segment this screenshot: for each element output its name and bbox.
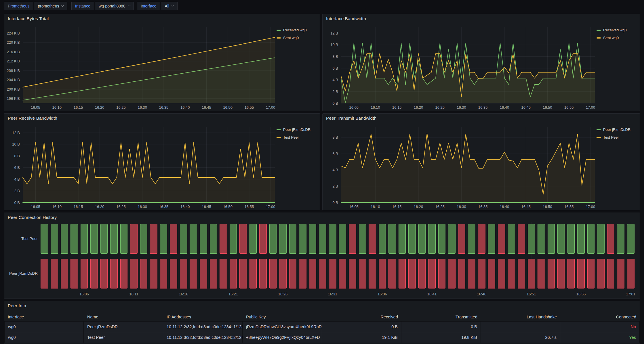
status-bar-disconnected — [518, 259, 525, 288]
status-bar-connected — [120, 224, 128, 254]
status-bar-disconnected — [587, 259, 595, 288]
timeseries-plot[interactable]: 0 B2 B4 B6 B8 B10 B12 B16:0516:1016:1516… — [4, 123, 277, 210]
status-bar-connected — [567, 224, 575, 254]
status-bar-disconnected — [170, 224, 177, 254]
legend-item[interactable]: Test Peer — [597, 135, 640, 139]
timeseries-plot[interactable]: 0 B2 B4 B6 B8 B10 B12 B16:0516:1016:1516… — [323, 23, 597, 111]
svg-text:12 B: 12 B — [12, 131, 20, 135]
legend: Peer jRzmDsDRTest Peer — [597, 123, 640, 210]
status-bar-disconnected — [71, 259, 78, 288]
table-cell — [481, 322, 560, 332]
status-bar-connected — [339, 224, 346, 254]
status-bar-disconnected — [180, 259, 187, 288]
svg-text:16:20: 16:20 — [414, 105, 423, 110]
x-axis-tick-label: 16:21 — [228, 292, 238, 296]
svg-text:17:00: 17:00 — [586, 205, 595, 209]
table-cell: 19.1 KiB — [322, 332, 401, 343]
panel-title[interactable]: Interface Bytes Total — [4, 14, 320, 23]
status-bar-disconnected — [130, 259, 138, 288]
status-bar-connected — [200, 224, 207, 254]
panel-title[interactable]: Peer Transmit Bandwidth — [323, 114, 640, 123]
legend-item[interactable]: Received wg0 — [597, 28, 640, 32]
table-header-cell[interactable]: Transmitted — [401, 313, 481, 321]
var-prometheus-value-dropdown[interactable]: prometheus — [34, 2, 67, 10]
status-bar-disconnected — [379, 259, 386, 288]
status-bar-disconnected — [259, 259, 267, 288]
legend-item[interactable]: Sent wg0 — [597, 36, 640, 40]
table-header-cell[interactable]: Interface — [4, 313, 84, 321]
svg-text:204 KiB: 204 KiB — [7, 78, 20, 82]
table-header-cell[interactable]: IP Addresses — [163, 313, 243, 321]
legend-label: Test Peer — [283, 135, 299, 139]
table-header-cell[interactable]: Public Key — [243, 313, 322, 321]
legend-item[interactable]: Received wg0 — [277, 28, 320, 32]
status-bar-disconnected — [388, 259, 396, 288]
panel-peer-receive-bandwidth: Peer Receive Bandwidth 0 B2 B4 B6 B8 B10… — [4, 113, 320, 210]
legend-item[interactable]: Peer jRzmDsDR — [277, 127, 320, 132]
svg-text:16:25: 16:25 — [116, 105, 126, 110]
table-header-row: InterfaceNameIP AddressesPublic KeyRecei… — [4, 313, 640, 321]
status-bar-disconnected — [617, 259, 624, 288]
status-row-bars — [39, 259, 636, 288]
panel-title[interactable]: Peer Info — [4, 301, 640, 310]
legend-item[interactable]: Test Peer — [277, 135, 320, 139]
panel-peer-connection-history: Peer Connection History Test PeerPeer jR… — [4, 213, 640, 299]
status-bar-disconnected — [349, 224, 356, 254]
status-bar-disconnected — [130, 224, 138, 254]
legend-item[interactable]: Peer jRzmDsDR — [597, 127, 640, 132]
svg-text:0 B: 0 B — [332, 101, 338, 106]
legend-swatch-icon — [277, 137, 281, 138]
panel-title[interactable]: Interface Bandwidth — [323, 14, 640, 23]
status-bar-connected — [557, 224, 565, 254]
status-bar-disconnected — [607, 259, 615, 288]
var-instance-value-dropdown[interactable]: wg-portal:8080 — [95, 2, 134, 10]
status-bar-connected — [61, 224, 68, 254]
status-bar-connected — [51, 224, 58, 254]
status-bar-disconnected — [399, 259, 406, 288]
svg-text:2 B: 2 B — [14, 189, 20, 193]
panel-title[interactable]: Peer Connection History — [4, 213, 640, 222]
status-bar-disconnected — [120, 259, 128, 288]
svg-text:16:15: 16:15 — [74, 205, 83, 209]
status-bar-disconnected — [428, 259, 436, 288]
x-axis-tick-label: 16:36 — [378, 292, 387, 296]
svg-text:16:15: 16:15 — [392, 105, 402, 110]
table-cell: 19.8 KiB — [401, 332, 481, 343]
status-bar-connected — [617, 224, 624, 254]
status-bar-disconnected — [110, 259, 118, 288]
status-bar-disconnected — [458, 224, 466, 254]
svg-text:6 B: 6 B — [14, 165, 20, 170]
svg-text:16:35: 16:35 — [159, 105, 169, 110]
table-cell: wg0 — [4, 332, 84, 343]
table-cell: 26.7 s — [481, 332, 560, 343]
table-header-cell[interactable]: Name — [84, 313, 163, 321]
table-header-cell[interactable]: Received — [322, 313, 401, 321]
timeseries-plot[interactable]: 0 B2 B4 B6 B8 B16:0516:1016:1516:2016:25… — [323, 123, 597, 210]
x-axis-tick-label: 17:01 — [626, 292, 635, 296]
var-interface-value-dropdown[interactable]: All — [161, 2, 178, 10]
status-bar-connected — [438, 224, 446, 254]
table-header-cell[interactable]: Connected — [560, 313, 640, 321]
status-bar-disconnected — [438, 259, 446, 288]
table-header-cell[interactable]: Last Handshake — [481, 313, 560, 321]
table-body: wg0Peer jRzmDsDR10.11.12.2/32,fdfd:d3ad:… — [4, 321, 640, 343]
status-bar-disconnected — [498, 259, 505, 288]
svg-text:16:25: 16:25 — [435, 105, 445, 110]
timeseries-plot[interactable]: 196 KiB200 KiB204 KiB208 KiB212 KiB216 K… — [4, 23, 277, 111]
table-cell: +8he+pyWH7Oa9g2FVjIxQzy04brLX+D — [243, 332, 322, 343]
legend-item[interactable]: Sent wg0 — [277, 36, 320, 40]
panel-title[interactable]: Peer Receive Bandwidth — [4, 114, 320, 123]
svg-text:16:55: 16:55 — [564, 105, 574, 110]
status-bar-disconnected — [548, 259, 555, 288]
status-bar-connected — [269, 224, 277, 254]
svg-text:220 KiB: 220 KiB — [7, 40, 20, 45]
status-bar-disconnected — [81, 259, 88, 288]
status-history: Test PeerPeer jRzmDsDR16:0616:1116:1616:… — [4, 222, 640, 298]
legend-label: Test Peer — [603, 135, 619, 139]
status-bar-disconnected — [259, 224, 267, 254]
status-bar-disconnected — [369, 259, 376, 288]
svg-text:16:45: 16:45 — [521, 205, 531, 209]
status-bar-disconnected — [607, 224, 615, 254]
status-bar-connected — [319, 224, 326, 254]
status-bar-disconnected — [319, 259, 326, 288]
